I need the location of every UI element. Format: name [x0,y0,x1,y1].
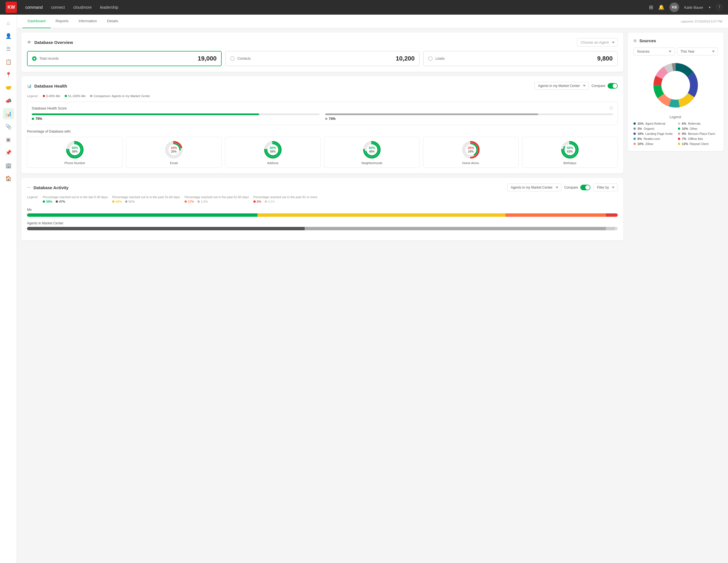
total-records-label: Total records [39,57,59,60]
bar-me-seg-1 [257,213,505,217]
ring-phone: 50% 58% [65,140,85,160]
progress-section: 79% 74% [32,113,613,121]
activity-icon: 〰 [27,185,31,190]
tab-details[interactable]: Details [102,15,123,28]
activity-agent-select[interactable]: Agents in my Market Center [507,183,561,191]
database-overview-card: 👁 Database Overview Choose an Agent Tota… [21,33,623,72]
sidebar-building[interactable]: 🏢 [3,160,14,171]
sidebar-reports[interactable]: 📋 [3,56,14,68]
database-health-card: 📊 Database Health Agents in my Market Ce… [21,76,623,173]
legend-val-31-60-1: 51% [125,200,135,203]
sidebar-deals[interactable]: 🤝 [3,82,14,93]
sidebar-layers[interactable]: ▣ [3,134,14,145]
main-content: Dashboard Reports Information Details ca… [17,15,728,563]
sidebar-home2[interactable]: 🏠 [3,173,14,184]
content-area: 👁 Database Overview Choose an Agent Tota… [17,28,728,245]
legend-val-0-30-0: 39% [43,200,52,203]
legend-group-91: Percentage reached out in the past 91 or… [253,195,317,203]
leads-value: 9,800 [597,55,613,62]
legend-val-0-30-1: 47% [56,200,65,203]
activity-toggle[interactable] [580,185,590,190]
svg-point-34 [662,71,690,99]
health-header: 📊 Database Health Agents in my Market Ce… [27,82,618,90]
compare-toggle-switch[interactable] [608,83,618,89]
app-layout: ⌂ 👤 ☰ 📋 📍 🤝 📣 📊 📎 ▣ 📌 🏢 🏠 Dashboard Repo… [0,15,728,563]
records-row: Total records 19,000 Contacts 10,200 Lea… [27,51,618,66]
progress-me: 79% [32,113,320,121]
score-me: 79% [32,117,320,121]
homeanniv-pct-text: 25% 24% [468,146,474,153]
nav-connect[interactable]: connect [51,5,65,10]
year-select[interactable]: This Year [677,48,718,55]
sidebar-lists[interactable]: ☰ [3,43,14,55]
total-records-value: 19,000 [198,55,217,62]
contacts-item[interactable]: Contacts 10,200 [225,51,420,66]
filter-by-select[interactable]: Filter by [593,183,618,191]
overview-header: 👁 Database Overview Choose an Agent [27,38,618,46]
ring-birthdays: 50% 63% [560,140,580,160]
sources-select[interactable]: Sources [633,48,675,55]
captured-time: captured: 07/19/2019 6:57 PM [681,20,722,23]
total-records-radio [32,56,37,61]
neighborhoods-label: Neighborhoods [361,161,383,165]
ring-address: 50% 58% [263,140,283,160]
kw-logo: KW [6,2,17,13]
legend-vals-0-30: 39% 47% [43,200,108,203]
sidebar-location[interactable]: 📍 [3,69,14,80]
activity-compare: Compare [564,185,590,190]
avatar: KB [669,3,679,12]
nav-cloudmore[interactable]: cloudmore [73,5,92,10]
progress-bar-fill-comp [325,113,538,115]
contacts-radio [230,56,235,61]
legend-val-91-1: 0.5% [265,200,275,203]
health-agent-select[interactable]: Agents in my Market Center [534,82,589,90]
notification-icon[interactable]: 🔔 [658,4,664,10]
sidebar-clipboard[interactable]: 📎 [3,121,14,132]
help-icon[interactable]: ? [716,4,722,10]
tab-reports[interactable]: Reports [51,15,74,28]
sidebar-home[interactable]: ⌂ [3,17,14,29]
sidebar-marketing[interactable]: 📣 [3,95,14,106]
pct-title: Percentage of Database with: [27,129,618,133]
legend-item-0-49: 0-49% Me [43,94,60,98]
tab-dashboard[interactable]: Dashboard [23,15,51,28]
legend-val-61-90-1: 1.5% [197,200,208,203]
agent-select[interactable]: Choose an Agent [577,38,618,46]
sub-nav: Dashboard Reports Information Details ca… [17,15,728,28]
health-legend: Legend: 0-49% Me 51-100% Me Comparison: … [27,94,618,98]
pct-phone: 50% 58% Phone Number [27,137,123,168]
sidebar-contacts[interactable]: 👤 [3,30,14,42]
sidebar-pin[interactable]: 📌 [3,147,14,158]
total-records-item[interactable]: Total records 19,000 [27,51,222,66]
ring-email: 10% 25% [164,140,184,160]
bar-agents-seg-3 [615,227,618,230]
bar-agents-seg-2 [606,227,615,230]
leads-item[interactable]: Leads 9,800 [423,51,618,66]
sources-card: ⊞ Sources Sources This Year [628,33,723,151]
tab-information[interactable]: Information [73,15,102,28]
bar-me-seg-0 [27,213,257,217]
calendar-icon[interactable]: ⊞ [649,4,653,10]
email-pct-text: 10% 25% [171,146,177,153]
leads-radio [428,56,433,61]
legend-group-0-30: Percentage reached out to in the last 0-… [43,195,108,203]
compare-label: Compare [592,84,605,88]
legend-repeat: 13% Repeat Client [678,142,718,145]
chevron-down-icon[interactable]: ▼ [708,6,711,9]
nav-command[interactable]: command [25,5,42,10]
nav-leadership[interactable]: leadership [100,5,118,10]
sources-title: Sources [639,38,656,43]
pct-row: 50% 58% Phone Number [27,137,618,168]
pct-birthdays: 50% 63% Birthdays [522,137,618,168]
legend-val-61-90-0: 17% [185,200,194,203]
bar-me-seg-2 [505,213,606,217]
ring-home-anniv: 25% 24% [461,140,481,160]
legend-group-31-60-title: Percentage reached out to in the past 31… [112,195,180,199]
ring-neighborhoods: 50% 48% [362,140,382,160]
sources-controls: Sources This Year [633,48,718,55]
sidebar-analytics[interactable]: 📊 [3,108,14,119]
legend-group-61-90: Percentage reached out in the past 61-90… [185,195,249,203]
phone-pct-text: 50% 58% [72,146,78,153]
legend-referrals: 6% Referrals [678,122,718,125]
legend-realtor: 8% Realtor.com [633,137,673,140]
